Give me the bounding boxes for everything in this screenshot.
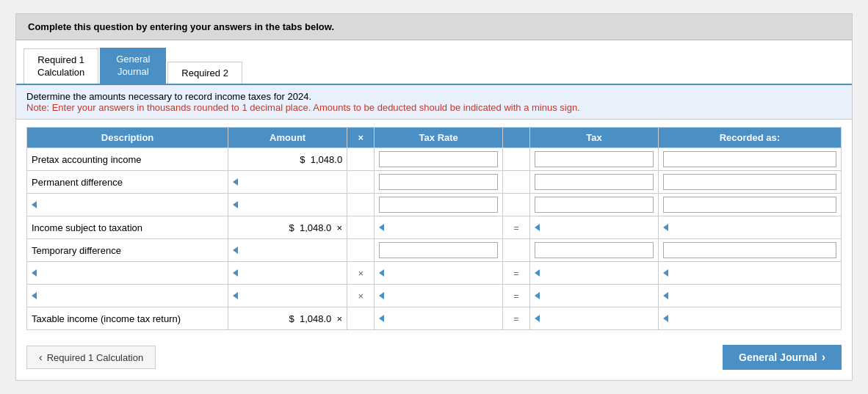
table-row: Income subject to taxation $ 1,048.0 × = [27,216,842,239]
amount-calc1[interactable] [228,262,347,285]
tax-taxable[interactable] [530,307,658,330]
eq-income-subject: = [502,216,529,239]
eq-pretax [502,148,529,171]
taxrate-taxable[interactable] [375,307,502,330]
x-pretax [347,148,375,171]
table-row: Temporary difference [27,239,842,262]
taxrate-permanent[interactable] [375,171,502,194]
header-recorded: Recorded as: [658,128,841,148]
x-temporary [347,239,375,262]
content-area: Determine the amounts necessary to recor… [16,84,852,380]
eq-permanent [502,171,529,194]
note-line1: Determine the amounts necessary to recor… [26,91,842,102]
tab-required1[interactable]: Required 1 Calculation [23,48,98,84]
amount-pretax: $ 1,048.0 [228,148,347,171]
header-multiply: × [347,128,375,148]
amount-taxable: $ 1,048.0 × [228,307,347,330]
recorded-temporary[interactable] [658,239,841,262]
table-row: × = [27,262,842,285]
tax-temporary[interactable] [530,239,658,262]
recorded-taxable[interactable] [658,307,841,330]
tax-calc1[interactable] [530,262,658,285]
back-button[interactable]: ‹ Required 1 Calculation [26,346,156,369]
header-equals [502,128,529,148]
x-calc1: × [347,262,375,285]
taxrate-empty1[interactable] [375,194,502,216]
taxrate-pretax[interactable] [375,148,502,171]
back-chevron-icon: ‹ [39,351,43,363]
table-row: Pretax accounting income $ 1,048.0 [27,148,842,171]
table-row [27,194,842,216]
calculation-table: Description Amount × Tax Rate Tax Record… [26,127,842,330]
back-label: Required 1 Calculation [47,352,144,363]
tab-required2[interactable]: Required 2 [167,62,242,84]
taxrate-calc2[interactable] [375,285,502,307]
recorded-pretax[interactable] [658,148,841,171]
amount-calc2[interactable] [228,285,347,307]
tax-income-subject[interactable] [530,216,658,239]
header-description: Description [27,128,228,148]
x-income-subject [347,216,375,239]
desc-taxable: Taxable income (income tax return) [27,307,228,330]
forward-chevron-icon: › [822,351,825,364]
amount-empty1[interactable] [228,194,347,216]
header-amount: Amount [228,128,347,148]
taxrate-income-subject[interactable] [375,216,502,239]
recorded-income-subject[interactable] [658,216,841,239]
tabs-container: Required 1 Calculation General Journal R… [16,40,852,84]
x-calc2: × [347,285,375,307]
table-row: Permanent difference [27,171,842,194]
taxrate-calc1[interactable] [375,262,502,285]
desc-empty1 [27,194,228,216]
amount-temporary[interactable] [228,239,347,262]
desc-pretax: Pretax accounting income [27,148,228,171]
tab-general-journal[interactable]: General Journal [100,48,166,84]
amount-income-subject: $ 1,048.0 × [228,216,347,239]
table-section: Description Amount × Tax Rate Tax Record… [16,120,852,338]
footer-nav: ‹ Required 1 Calculation General Journal… [16,338,852,380]
recorded-empty1[interactable] [658,194,841,216]
desc-permanent: Permanent difference [27,171,228,194]
tax-calc2[interactable] [530,285,658,307]
eq-taxable: = [502,307,529,330]
taxrate-temporary[interactable] [375,239,502,262]
forward-button[interactable]: General Journal › [723,345,842,370]
eq-calc2: = [502,285,529,307]
recorded-calc1[interactable] [658,262,841,285]
x-taxable [347,307,375,330]
desc-temporary: Temporary difference [27,239,228,262]
forward-label: General Journal [739,351,817,363]
tax-pretax[interactable] [530,148,658,171]
desc-calc2 [27,285,228,307]
amount-permanent[interactable] [228,171,347,194]
header-tax: Tax [530,128,658,148]
tax-empty1[interactable] [530,194,658,216]
x-empty1 [347,194,375,216]
note-box: Determine the amounts necessary to recor… [16,85,852,120]
table-row: × = [27,285,842,307]
header-taxrate: Tax Rate [375,128,502,148]
note-line2: Note: Enter your answers in thousands ro… [26,102,842,113]
instruction-bar: Complete this question by entering your … [16,14,852,40]
eq-temporary [502,239,529,262]
recorded-permanent[interactable] [658,171,841,194]
x-permanent [347,171,375,194]
desc-income-subject: Income subject to taxation [27,216,228,239]
recorded-calc2[interactable] [658,285,841,307]
tax-permanent[interactable] [530,171,658,194]
eq-empty1 [502,194,529,216]
eq-calc1: = [502,262,529,285]
desc-calc1 [27,262,228,285]
table-row: Taxable income (income tax return) $ 1,0… [27,307,842,330]
